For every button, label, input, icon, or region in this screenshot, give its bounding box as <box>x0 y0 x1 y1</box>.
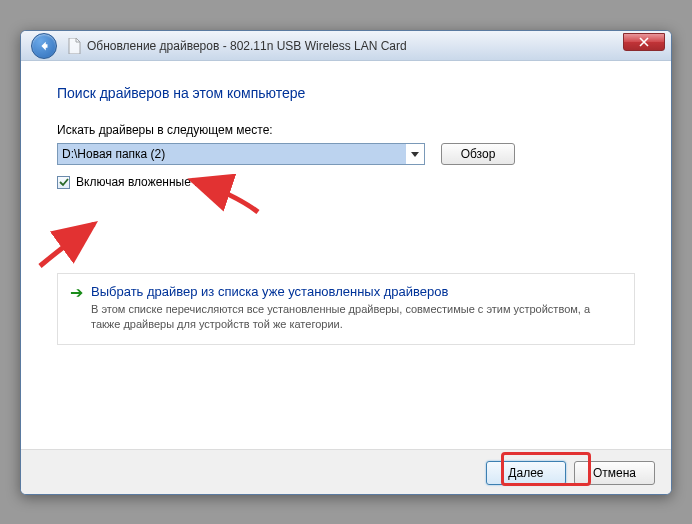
close-icon <box>639 37 649 47</box>
driver-update-window: Обновление драйверов - 802.11n USB Wirel… <box>20 30 672 495</box>
document-icon <box>67 38 81 54</box>
search-label: Искать драйверы в следующем месте: <box>57 123 635 137</box>
close-button[interactable] <box>623 33 665 51</box>
page-heading: Поиск драйверов на этом компьютере <box>57 85 635 101</box>
arrow-right-icon: ➔ <box>70 285 83 332</box>
checkmark-icon <box>59 177 69 187</box>
cancel-button[interactable]: Отмена <box>574 461 655 485</box>
include-subfolders-checkbox[interactable] <box>57 176 70 189</box>
titlebar: Обновление драйверов - 802.11n USB Wirel… <box>21 31 671 61</box>
option-title: Выбрать драйвер из списка уже установлен… <box>91 284 622 299</box>
window-title: Обновление драйверов - 802.11n USB Wirel… <box>87 39 407 53</box>
back-button[interactable] <box>31 33 57 59</box>
choose-from-list-option[interactable]: ➔ Выбрать драйвер из списка уже установл… <box>57 273 635 345</box>
path-input[interactable] <box>58 144 406 164</box>
back-arrow-icon <box>37 39 51 53</box>
include-subfolders-label: Включая вложенные папки <box>76 175 226 189</box>
include-subfolders-row: Включая вложенные папки <box>57 175 635 189</box>
next-button[interactable]: Далее <box>486 461 566 485</box>
option-description: В этом списке перечисляются все установл… <box>91 302 622 332</box>
browse-button[interactable]: Обзор <box>441 143 515 165</box>
footer: Далее Отмена <box>21 449 671 495</box>
path-row: Обзор <box>57 143 635 165</box>
chevron-down-icon <box>411 152 419 157</box>
combo-dropdown-arrow[interactable] <box>406 144 424 164</box>
option-text: Выбрать драйвер из списка уже установлен… <box>91 284 622 332</box>
path-combobox[interactable] <box>57 143 425 165</box>
content-area: Поиск драйверов на этом компьютере Искат… <box>21 61 671 449</box>
